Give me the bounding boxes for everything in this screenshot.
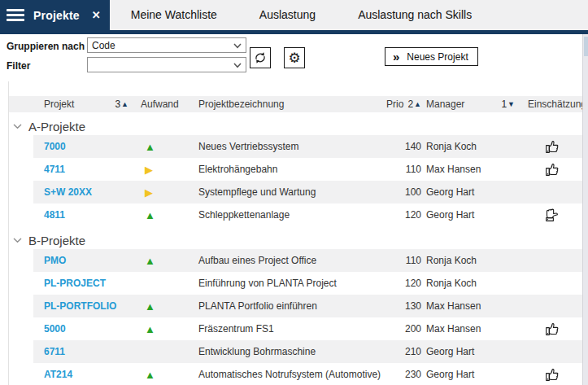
thumb-up-icon — [525, 160, 582, 179]
manager-name: Max Hansen — [423, 300, 525, 312]
manager-name: Ronja Koch — [423, 278, 525, 289]
vertical-scrollbar[interactable] — [582, 34, 588, 385]
trend-up-icon: ▲ — [135, 370, 190, 380]
col-projekt[interactable]: Projekt — [44, 98, 74, 110]
table-header: Projekt 3▲ Aufwand Projektbezeichnung Pr… — [9, 96, 582, 112]
double-chevron-right-icon: » — [393, 50, 399, 63]
col-projektbezeichnung[interactable]: Projektbezeichnung — [198, 98, 284, 110]
project-table: Projekt 3▲ Aufwand Projektbezeichnung Pr… — [8, 81, 582, 385]
tab-list: Meine WatchlisteAuslastungAuslastung nac… — [110, 0, 493, 30]
manager-name: Georg Hart — [423, 346, 525, 357]
assessment-empty — [525, 273, 582, 293]
prio-value: 210 — [383, 346, 423, 357]
chevron-down-icon — [233, 43, 242, 49]
project-row: PL-PORTFOLIO▲PLANTA Portfolio einführen1… — [9, 295, 582, 317]
refresh-button[interactable] — [250, 47, 271, 68]
col-einschaetzung[interactable]: Einschätzung — [528, 98, 586, 110]
trend-up-icon: ▲ — [135, 301, 190, 312]
new-project-button[interactable]: » Neues Projekt — [385, 47, 478, 66]
assessment-empty — [525, 296, 582, 316]
project-code-link[interactable]: 5000 — [9, 323, 135, 335]
trend-up-icon: ▲ — [135, 324, 190, 335]
trend-up-icon: ▲ — [135, 256, 190, 266]
project-code-link[interactable]: 4711 — [9, 164, 135, 175]
project-name: Elektrohängebahn — [190, 164, 383, 175]
project-row: AT214▲Automatisches Notrufsystem (Automo… — [9, 363, 582, 385]
tab-bar: Projekte ✕ Meine WatchlisteAuslastungAus… — [0, 0, 588, 30]
tab-label: Projekte — [33, 9, 80, 22]
manager-name: Ronja Koch — [423, 255, 525, 266]
project-name: Einführung von PLANTA Project — [190, 278, 383, 289]
prio-value: 130 — [383, 300, 423, 312]
project-name: Entwicklung Bohrmaschine — [190, 346, 383, 357]
project-row: 4811▲Schleppkettenanlage120Georg Hart — [9, 203, 582, 226]
project-name: Schleppkettenanlage — [190, 209, 383, 221]
thumb-neutral-icon — [525, 205, 582, 225]
project-name: Fräszentrum FS1 — [190, 323, 383, 335]
trend-up-icon: ▲ — [135, 210, 190, 221]
group-header-b-projekte[interactable]: B-Projekte — [9, 231, 582, 249]
project-code-link[interactable]: 6711 — [9, 346, 135, 357]
assessment-empty — [525, 251, 582, 270]
project-row: S+W 20XX▶Systempflege und Wartung100Geor… — [9, 181, 582, 203]
sort-badge-manager[interactable]: 1▼ — [501, 98, 515, 110]
refresh-icon — [253, 50, 268, 65]
thumb-up-icon — [525, 365, 582, 384]
project-code-link[interactable]: 4811 — [9, 209, 135, 221]
group-label: A-Projekte — [28, 120, 85, 133]
project-name: Automatisches Notrufsystem (Automotive) — [190, 369, 383, 380]
new-project-label: Neues Projekt — [407, 51, 468, 63]
thumb-up-icon — [525, 319, 582, 339]
prio-value: 230 — [383, 369, 423, 380]
col-aufwand[interactable]: Aufwand — [141, 98, 179, 110]
scrollbar-thumb[interactable] — [584, 37, 588, 56]
group-label: B-Projekte — [28, 234, 85, 247]
project-code-link[interactable]: AT214 — [9, 369, 135, 380]
filter-select[interactable] — [87, 57, 246, 72]
assessment-empty — [525, 342, 582, 361]
project-code-link[interactable]: 7000 — [9, 141, 135, 152]
group-by-select[interactable]: Code — [87, 37, 246, 53]
project-code-link[interactable]: PL-PROJECT — [9, 278, 135, 289]
project-name: Aufbau eines Project Office — [190, 255, 383, 266]
menu-icon[interactable] — [7, 9, 24, 21]
settings-button[interactable]: ⚙ — [284, 47, 305, 68]
app-window: Projekte ✕ Meine WatchlisteAuslastungAus… — [0, 0, 588, 385]
close-tab-icon[interactable]: ✕ — [92, 9, 101, 21]
group-header-a-projekte[interactable]: A-Projekte — [9, 117, 582, 135]
tab-projekte[interactable]: Projekte ✕ — [0, 0, 110, 30]
trend-up-icon: ▲ — [135, 142, 190, 152]
tab-meine-watchliste[interactable]: Meine Watchliste — [110, 0, 238, 30]
assessment-empty — [525, 182, 582, 202]
project-row: PL-PROJECTEinführung von PLANTA Project1… — [9, 272, 582, 295]
table-body: A-Projekte7000▲Neues Vertriebssystem140R… — [9, 117, 582, 385]
project-name: PLANTA Portfolio einführen — [190, 300, 383, 312]
group-by-label: Gruppieren nach — [7, 41, 85, 52]
project-row: 6711Entwicklung Bohrmaschine210Georg Har… — [9, 340, 582, 363]
chevron-down-icon — [13, 124, 22, 129]
manager-name: Ronja Koch — [423, 141, 525, 152]
project-name: Neues Vertriebssystem — [190, 141, 383, 152]
chevron-down-icon — [233, 63, 242, 68]
prio-value: 100 — [383, 186, 423, 198]
prio-value: 200 — [383, 323, 423, 335]
trend-flat-icon: ▶ — [135, 187, 190, 198]
project-row: 7000▲Neues Vertriebssystem140Ronja Koch — [9, 135, 582, 158]
col-prio[interactable]: Prio — [386, 98, 403, 110]
sort-badge-prio[interactable]: 2▲ — [407, 98, 421, 110]
project-code-link[interactable]: S+W 20XX — [9, 186, 135, 198]
col-manager[interactable]: Manager — [426, 98, 464, 110]
chevron-down-icon — [13, 238, 22, 243]
project-row: PMO▲Aufbau eines Project Office110Ronja … — [9, 249, 582, 272]
project-code-link[interactable]: PMO — [9, 255, 135, 266]
prio-value: 140 — [383, 141, 423, 152]
tab-auslastung-nach-skills[interactable]: Auslastung nach Skills — [337, 0, 493, 30]
thumb-up-icon — [525, 137, 582, 156]
manager-name: Georg Hart — [423, 186, 525, 198]
manager-name: Max Hansen — [423, 323, 525, 335]
manager-name: Georg Hart — [423, 369, 525, 380]
tab-auslastung[interactable]: Auslastung — [238, 0, 337, 30]
sort-badge-projekt[interactable]: 3▲ — [115, 98, 128, 110]
prio-value: 120 — [383, 278, 423, 289]
project-code-link[interactable]: PL-PORTFOLIO — [9, 300, 135, 312]
